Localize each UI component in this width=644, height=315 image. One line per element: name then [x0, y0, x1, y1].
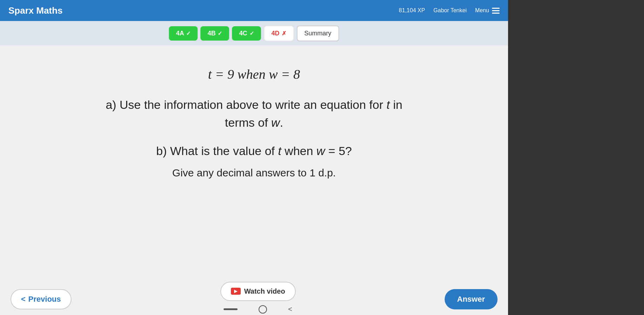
prev-chevron-icon: <: [21, 295, 26, 304]
browser-chrome-panel: [508, 0, 644, 315]
tab-summary[interactable]: Summary: [297, 26, 339, 41]
menu-label: Menu: [475, 7, 489, 14]
tabs-bar: 4A ✓ 4B ✓ 4C ✓ 4D ✗ Summary: [0, 21, 508, 46]
nav-chevron-icon: <: [288, 305, 292, 313]
main-area: Sparx Maths 81,104 XP Gabor Tenkei Menu …: [0, 0, 508, 315]
tab-summary-label: Summary: [304, 30, 331, 37]
previous-button[interactable]: < Previous: [11, 289, 71, 309]
hamburger-icon: [492, 8, 500, 14]
watch-video-button[interactable]: ▶ Watch video: [220, 282, 296, 301]
video-play-icon: ▶: [231, 288, 241, 295]
user-name: Gabor Tenkei: [433, 7, 467, 14]
tab-4a[interactable]: 4A ✓: [169, 26, 198, 41]
xp-display: 81,104 XP: [399, 7, 425, 14]
tab-4b-label: 4B: [207, 30, 215, 37]
menu-button[interactable]: Menu: [475, 7, 500, 14]
tab-4b-check-icon: ✓: [218, 30, 222, 37]
home-circle-icon: [259, 305, 267, 314]
bottom-bar: < Previous ▶ Watch video < Answer: [0, 284, 508, 315]
tab-4d[interactable]: 4D ✗: [264, 26, 294, 41]
given-info: t = 9 when w = 8: [208, 66, 300, 82]
nav-bar-icon: [224, 308, 238, 310]
bottom-nav: <: [224, 305, 292, 315]
question-part-b: b) What is the value of t when w = 5?: [156, 142, 352, 160]
tab-4b[interactable]: 4B ✓: [200, 26, 229, 41]
decimal-note: Give any decimal answers to 1 d.p.: [172, 167, 336, 179]
header-right: 81,104 XP Gabor Tenkei Menu: [399, 7, 500, 14]
watch-video-label: Watch video: [244, 287, 285, 295]
tab-4c-label: 4C: [239, 30, 247, 37]
tab-4a-check-icon: ✓: [186, 30, 191, 37]
question-part-a: a) Use the information above to write an…: [106, 96, 403, 132]
tab-4d-label: 4D: [272, 30, 280, 37]
tab-4d-x-icon: ✗: [282, 30, 286, 37]
question-content: t = 9 when w = 8 a) Use the information …: [0, 46, 508, 315]
app-logo: Sparx Maths: [8, 5, 63, 16]
tab-4c[interactable]: 4C ✓: [232, 26, 261, 41]
tab-4c-check-icon: ✓: [249, 30, 254, 37]
header: Sparx Maths 81,104 XP Gabor Tenkei Menu: [0, 0, 508, 21]
answer-button[interactable]: Answer: [445, 289, 498, 309]
previous-label: Previous: [28, 295, 61, 304]
tab-4a-label: 4A: [176, 30, 184, 37]
